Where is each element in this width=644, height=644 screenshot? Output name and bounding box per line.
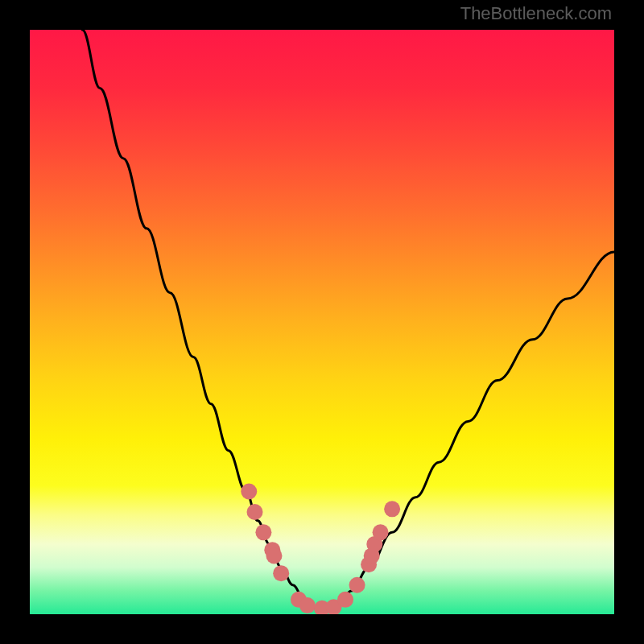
bottleneck-marker bbox=[384, 501, 400, 517]
bottleneck-marker bbox=[349, 577, 365, 593]
bottleneck-marker bbox=[266, 547, 282, 564]
bottleneck-curve bbox=[82, 30, 614, 609]
watermark-text: TheBottleneck.com bbox=[460, 3, 612, 24]
bottleneck-marker bbox=[241, 484, 257, 500]
chart-frame: TheBottleneck.com bbox=[0, 0, 644, 644]
bottleneck-marker bbox=[299, 597, 316, 613]
bottleneck-marker bbox=[273, 565, 289, 581]
bottleneck-marker bbox=[337, 592, 353, 608]
bottleneck-marker bbox=[255, 524, 271, 540]
plot-area bbox=[30, 30, 614, 614]
chart-svg bbox=[30, 30, 614, 614]
bottleneck-marker bbox=[373, 524, 389, 540]
bottleneck-marker bbox=[247, 504, 263, 520]
